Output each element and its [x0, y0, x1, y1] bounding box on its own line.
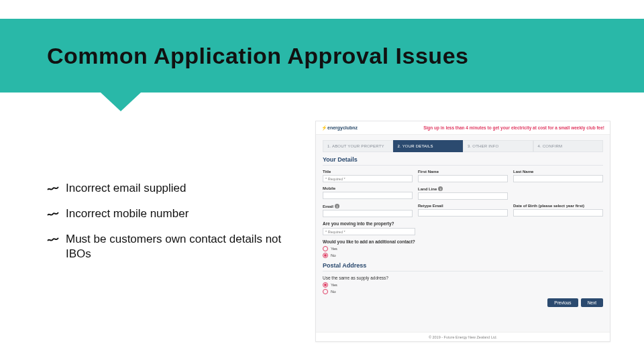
- radio-postal-no[interactable]: No: [323, 289, 603, 294]
- step-1[interactable]: 1. ABOUT YOUR PROPERTY: [323, 140, 393, 152]
- form-actions: Previous Next: [323, 298, 603, 307]
- radio-icon: [323, 282, 328, 288]
- title-label: Title: [323, 170, 413, 174]
- dob-label: Date of Birth (please select year first): [513, 204, 603, 208]
- step-nav: 1. ABOUT YOUR PROPERTY 2. YOUR DETAILS 3…: [323, 140, 603, 152]
- add-contact-question: Would you like to add an additional cont…: [323, 239, 603, 244]
- bullet-text: Incorrect mobile number: [66, 206, 189, 221]
- first-name-input[interactable]: [418, 175, 508, 182]
- bullet-item: Must be customers own contact details no…: [47, 232, 288, 261]
- tagline: Sign up in less than 4 minutes to get yo…: [423, 125, 604, 130]
- bullet-text: Must be customers own contact details no…: [66, 232, 288, 261]
- title-notch: [101, 93, 141, 111]
- title-band: Common Application Approval Issues: [0, 19, 644, 93]
- mobile-input[interactable]: [323, 192, 413, 199]
- landline-input[interactable]: [418, 192, 508, 200]
- step-2[interactable]: 2. YOUR DETAILS: [393, 140, 464, 152]
- postal-question: Use the same as supply address?: [323, 276, 603, 280]
- mobile-label: Mobile: [323, 186, 413, 190]
- form-screenshot: ⚡energyclubnz Sign up in less than 4 min…: [315, 121, 610, 342]
- info-icon[interactable]: i: [335, 204, 339, 208]
- bullet-text: Incorrect email supplied: [66, 181, 186, 196]
- section-title-postal: Postal Address: [323, 262, 603, 272]
- step-4[interactable]: 4. CONFIRM: [533, 140, 604, 152]
- bullet-item: Incorrect email supplied: [47, 181, 288, 196]
- email-label: Emaili: [323, 204, 413, 208]
- section-title-your-details: Your Details: [323, 156, 603, 166]
- first-name-label: First Name: [418, 170, 508, 174]
- screenshot-footer: © 2019 - Future Energy New Zealand Ltd.: [316, 332, 610, 341]
- brand-name: energyclubnz: [327, 125, 358, 130]
- brand-logo: ⚡energyclubnz: [321, 125, 358, 131]
- email-input[interactable]: [323, 210, 413, 217]
- radio-no[interactable]: No: [323, 253, 603, 258]
- screenshot-header: ⚡energyclubnz Sign up in less than 4 min…: [316, 121, 610, 135]
- slide-title: Common Application Approval Issues: [47, 43, 468, 69]
- radio-yes[interactable]: Yes: [323, 246, 603, 251]
- squiggle-icon: [47, 182, 59, 194]
- bullet-item: Incorrect mobile number: [47, 206, 288, 221]
- radio-icon: [323, 289, 328, 294]
- next-button[interactable]: Next: [581, 298, 603, 307]
- screenshot-body: 1. ABOUT YOUR PROPERTY 2. YOUR DETAILS 3…: [316, 135, 610, 310]
- last-name-input[interactable]: [513, 175, 603, 182]
- dob-input[interactable]: [513, 209, 603, 217]
- title-input[interactable]: * Required *: [323, 175, 413, 182]
- step-3[interactable]: 3. OTHER INFO: [463, 140, 533, 152]
- squiggle-icon: [47, 208, 59, 220]
- squiggle-icon: [47, 233, 59, 245]
- moving-question: Are you moving into the property?: [323, 221, 603, 226]
- bolt-icon: ⚡: [321, 125, 327, 130]
- info-icon[interactable]: i: [438, 186, 443, 191]
- retype-email-input[interactable]: [418, 209, 508, 217]
- previous-button[interactable]: Previous: [547, 298, 578, 307]
- radio-icon: [323, 246, 328, 251]
- radio-icon: [323, 253, 328, 258]
- last-name-label: Last Name: [513, 170, 603, 174]
- moving-select[interactable]: * Required *: [323, 228, 415, 235]
- slide: Common Application Approval Issues Incor…: [0, 0, 644, 362]
- radio-postal-yes[interactable]: Yes: [323, 282, 603, 288]
- landline-label: Land Linei: [418, 186, 508, 191]
- retype-email-label: Retype Email: [418, 204, 508, 208]
- bullet-list: Incorrect email supplied Incorrect mobil…: [47, 181, 288, 272]
